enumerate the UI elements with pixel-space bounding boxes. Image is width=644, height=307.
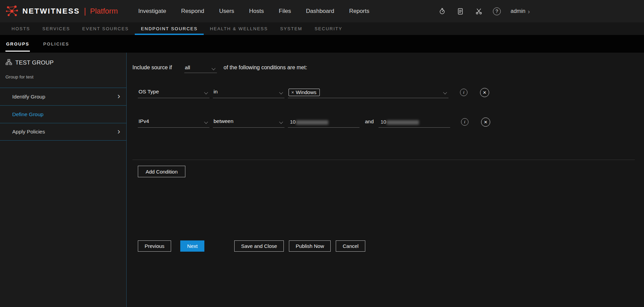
chevron-right-icon: ›	[117, 127, 120, 136]
include-prefix-label: Include source if	[132, 65, 172, 71]
top-right-controls: ? admin ›	[438, 0, 530, 22]
condition-row: OS Type in × Windows	[138, 85, 635, 98]
condition-operator-select[interactable]: between	[213, 115, 284, 128]
chevron-right-icon: ›	[117, 92, 120, 100]
tab-groups[interactable]: GROUPS	[5, 35, 30, 53]
app-root: NETWITNESS | Platform Investigate Respon…	[0, 0, 644, 307]
brand-name: NETWITNESS	[22, 7, 80, 16]
chevron-right-icon: ›	[528, 8, 530, 15]
nav-hosts[interactable]: Hosts	[242, 8, 271, 15]
and-label: and	[365, 119, 374, 125]
step-apply-policies[interactable]: Apply Policies ›	[0, 123, 126, 141]
info-glyph: i	[464, 119, 465, 125]
close-icon: ×	[483, 90, 486, 95]
include-suffix-label: of the following conditions are met:	[224, 65, 307, 71]
range-from-visible-text: 10	[290, 119, 296, 125]
remove-tag-icon[interactable]: ×	[291, 90, 294, 95]
nav-investigate[interactable]: Investigate	[131, 8, 173, 15]
add-condition-button[interactable]: Add Condition	[138, 166, 185, 177]
condition-operator-select[interactable]: in	[213, 86, 284, 98]
chevron-down-icon	[211, 66, 215, 70]
brand-product: Platform	[90, 7, 118, 16]
step-label: Apply Policies	[12, 129, 45, 135]
tab-hosts[interactable]: HOSTS	[5, 22, 36, 35]
chevron-down-icon	[204, 90, 208, 94]
condition-list: OS Type in × Windows	[132, 85, 635, 128]
save-and-close-button[interactable]: Save and Close	[234, 240, 284, 252]
help-icon[interactable]: ?	[493, 7, 501, 15]
jobs-icon[interactable]	[456, 7, 465, 16]
tab-event-sources[interactable]: EVENT SOURCES	[76, 22, 135, 35]
condition-row: IPv4 between 10 and 10	[138, 114, 635, 128]
group-icon	[5, 59, 12, 67]
step-label: Define Group	[12, 111, 43, 118]
user-menu[interactable]: admin ›	[511, 8, 530, 15]
info-icon[interactable]: i	[461, 118, 468, 126]
nav-respond[interactable]: Respond	[173, 8, 211, 15]
step-identify-group[interactable]: Identify Group ›	[0, 88, 126, 105]
step-label: Identify Group	[12, 94, 45, 100]
group-name: TEST GROUP	[15, 59, 54, 66]
step-define-group[interactable]: Define Group	[0, 105, 126, 123]
condition-field-select[interactable]: IPv4	[138, 115, 209, 128]
tools-icon[interactable]	[475, 7, 483, 16]
group-description: Group for test	[5, 74, 121, 79]
remove-condition-button[interactable]: ×	[481, 118, 490, 127]
tab-policies[interactable]: POLICIES	[42, 35, 70, 53]
tab-health-wellness[interactable]: HEALTH & WELLNESS	[204, 22, 274, 35]
tag-label: Windows	[296, 89, 316, 95]
cancel-button[interactable]: Cancel	[336, 240, 365, 252]
match-mode-value: all	[185, 65, 190, 71]
group-wizard-sidebar: TEST GROUP Group for test Identify Group…	[0, 53, 127, 307]
info-glyph: i	[463, 90, 464, 95]
wizard-footer: Previous Next Save and Close Publish Now…	[138, 240, 365, 252]
tab-system[interactable]: SYSTEM	[274, 22, 308, 35]
operator-value: between	[214, 118, 234, 124]
top-navigation-bar: NETWITNESS | Platform Investigate Respon…	[0, 0, 644, 22]
nav-dashboard[interactable]: Dashboard	[298, 8, 342, 15]
chevron-down-icon	[279, 90, 283, 94]
brand-divider: |	[84, 7, 86, 16]
tab-services[interactable]: SERVICES	[36, 22, 76, 35]
group-summary: TEST GROUP Group for test	[0, 53, 126, 88]
nav-reports[interactable]: Reports	[342, 8, 377, 15]
field-value: OS Type	[139, 89, 159, 95]
netwitness-logo-icon	[5, 4, 19, 18]
condition-value-multiselect[interactable]: × Windows	[288, 86, 448, 98]
previous-button[interactable]: Previous	[138, 240, 171, 252]
nav-files[interactable]: Files	[271, 8, 298, 15]
user-name: admin	[511, 8, 526, 14]
redacted-value	[296, 120, 328, 125]
match-mode-select[interactable]: all	[184, 62, 217, 73]
remove-condition-button[interactable]: ×	[480, 88, 489, 97]
define-group-panel: Include source if all of the following c…	[127, 53, 644, 307]
chevron-down-icon	[443, 90, 447, 94]
condition-field-select[interactable]: OS Type	[138, 86, 209, 98]
publish-now-button[interactable]: Publish Now	[289, 240, 331, 252]
nav-users[interactable]: Users	[211, 8, 241, 15]
sub-tabs-bar: GROUPS POLICIES	[0, 35, 644, 53]
tab-endpoint-sources[interactable]: ENDPOINT SOURCES	[135, 22, 204, 35]
tag-chip: × Windows	[289, 89, 320, 96]
timer-icon[interactable]	[438, 7, 446, 16]
range-to-visible-text: 10	[381, 119, 386, 125]
info-icon[interactable]: i	[460, 89, 467, 96]
range-from-input[interactable]: 10	[288, 115, 360, 128]
primary-nav: Investigate Respond Users Hosts Files Da…	[131, 8, 377, 15]
redacted-value	[387, 120, 419, 125]
operator-value: in	[214, 89, 218, 95]
wizard-steps: Identify Group › Define Group Apply Poli…	[0, 88, 126, 141]
help-glyph: ?	[496, 8, 498, 14]
tab-security[interactable]: SECURITY	[309, 22, 349, 35]
close-icon: ×	[484, 119, 487, 125]
admin-tabs-bar: HOSTS SERVICES EVENT SOURCES ENDPOINT SO…	[0, 22, 644, 35]
brand[interactable]: NETWITNESS | Platform	[0, 4, 126, 18]
section-divider	[132, 160, 635, 160]
next-button[interactable]: Next	[180, 240, 204, 252]
chevron-down-icon	[279, 120, 283, 124]
chevron-down-icon	[204, 120, 208, 124]
range-to-input[interactable]: 10	[379, 115, 450, 128]
include-rule-row: Include source if all of the following c…	[132, 61, 635, 74]
field-value: IPv4	[139, 118, 149, 124]
workspace: TEST GROUP Group for test Identify Group…	[0, 53, 644, 307]
